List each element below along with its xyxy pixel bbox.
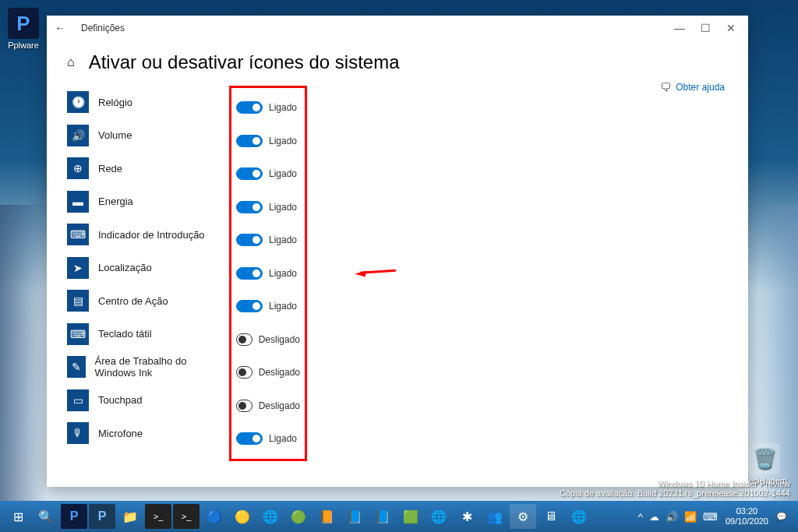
tray-notifications-icon[interactable]: 💬 bbox=[776, 512, 787, 522]
toggle-state-label: Ligado bbox=[269, 102, 297, 113]
watermark-line1: Windows 10 Home Insider Preview bbox=[560, 479, 790, 488]
toggle-state-label: Ligado bbox=[269, 136, 297, 146]
toggle-state-label: Ligado bbox=[269, 202, 297, 213]
search-button[interactable]: 🔍 bbox=[33, 504, 59, 529]
toggle-state-label: Ligado bbox=[269, 433, 297, 444]
taskbar-file-explorer[interactable]: 📁 bbox=[117, 504, 143, 529]
taskbar-clock[interactable]: 03:20 09/10/2020 bbox=[726, 506, 768, 527]
desktop-shortcut-pplware[interactable]: P Pplware bbox=[8, 8, 39, 50]
system-icon-row: ▤ Centro de Ação bbox=[67, 284, 223, 318]
clock-time: 03:20 bbox=[726, 506, 768, 516]
toggle-row: Ligado bbox=[236, 257, 300, 291]
item-label: Energia bbox=[98, 196, 133, 207]
toggle-row: Ligado bbox=[236, 125, 300, 158]
windows-watermark: Windows 10 Home Insider Preview Cópia de… bbox=[560, 479, 790, 498]
system-tray[interactable]: ^ ☁ 🔊 📶 ⌨ 03:20 09/10/2020 💬 bbox=[638, 506, 793, 527]
item-label: Rede bbox=[98, 163, 122, 174]
toggle-state-label: Ligado bbox=[269, 268, 297, 279]
toggle-switch[interactable] bbox=[236, 432, 263, 445]
volume-icon: 🔊 bbox=[67, 125, 89, 146]
toggle-switch[interactable] bbox=[236, 201, 263, 213]
clock-icon: 🕐 bbox=[67, 91, 89, 113]
tray-language-icon[interactable]: ⌨ bbox=[703, 511, 718, 523]
taskbar-app[interactable]: P bbox=[61, 504, 87, 529]
toggle-row: Desligado bbox=[236, 356, 300, 389]
taskbar-chrome[interactable]: 🔵 bbox=[201, 504, 228, 529]
home-icon[interactable]: ⌂ bbox=[67, 55, 75, 69]
taskbar-edge[interactable]: 🌐 bbox=[257, 504, 284, 529]
toggle-switch[interactable] bbox=[236, 333, 252, 346]
pplware-icon: P bbox=[8, 8, 39, 39]
toggle-switch[interactable] bbox=[236, 366, 252, 379]
page-title: Ativar ou desativar ícones do sistema bbox=[89, 51, 400, 73]
system-icon-row: ⊕ Rede bbox=[67, 152, 223, 185]
toggle-state-label: Desligado bbox=[259, 400, 300, 411]
ink-icon: ✎ bbox=[67, 356, 86, 378]
taskbar-settings[interactable]: ⚙ bbox=[510, 504, 536, 529]
desktop-shortcut-label: Pplware bbox=[8, 41, 39, 50]
maximize-button[interactable]: ☐ bbox=[701, 22, 711, 34]
taskbar-app[interactable]: 🟩 bbox=[397, 504, 424, 529]
item-label: Microfone bbox=[98, 428, 143, 439]
toggle-row: Ligado bbox=[236, 290, 300, 323]
tray-network-icon[interactable]: 📶 bbox=[684, 511, 697, 523]
toggle-row: Ligado bbox=[236, 191, 300, 224]
svg-marker-1 bbox=[355, 266, 368, 278]
microphone-icon: 🎙 bbox=[67, 422, 89, 444]
taskbar[interactable]: ⊞ 🔍 P P 📁 >_ >_ 🔵 🟡 🌐 🟢 📙 📘 📘 🟩 🌐 ✱ 👥 ⚙ … bbox=[0, 501, 798, 532]
toggle-row: Ligado bbox=[236, 422, 300, 456]
watermark-line2: Cópia de avaliação. Build 20231.rs_prere… bbox=[560, 488, 790, 498]
page-header: ⌂ Ativar ou desativar ícones do sistema bbox=[47, 41, 748, 81]
annotation-arrow bbox=[351, 253, 398, 296]
item-label: Área de Trabalho do Windows Ink bbox=[95, 355, 223, 379]
taskbar-app[interactable]: 🌐 bbox=[425, 504, 452, 529]
system-icon-row: 🔊 Volume bbox=[67, 119, 223, 153]
toggle-row: Desligado bbox=[236, 323, 300, 357]
toggle-switch[interactable] bbox=[236, 267, 263, 280]
taskbar-app[interactable]: 🌐 bbox=[566, 504, 592, 529]
tray-icons[interactable]: ^ ☁ 🔊 📶 ⌨ bbox=[638, 511, 718, 523]
taskbar-app[interactable]: 📙 bbox=[313, 504, 340, 529]
taskbar-teams[interactable]: 👥 bbox=[482, 504, 508, 529]
close-button[interactable]: ✕ bbox=[726, 22, 736, 34]
toggle-switch[interactable] bbox=[236, 400, 252, 412]
toggle-switch[interactable] bbox=[236, 101, 263, 114]
toggle-switch[interactable] bbox=[236, 167, 263, 180]
svg-line-0 bbox=[360, 257, 396, 286]
toggle-state-label: Ligado bbox=[269, 168, 297, 179]
taskbar-slack[interactable]: ✱ bbox=[454, 504, 480, 529]
help-link[interactable]: 🗨 Obter ajuda bbox=[660, 81, 725, 93]
taskbar-app[interactable]: 📘 bbox=[341, 504, 368, 529]
tray-cloud-icon[interactable]: ☁ bbox=[649, 511, 659, 523]
minimize-button[interactable]: — bbox=[674, 22, 685, 34]
item-label: Localização bbox=[98, 262, 152, 273]
toggle-state-label: Desligado bbox=[259, 334, 300, 345]
taskbar-terminal[interactable]: >_ bbox=[145, 504, 171, 529]
window-title: Definições bbox=[81, 23, 125, 33]
settings-window: ← Definições — ☐ ✕ ⌂ Ativar ou desativar… bbox=[47, 16, 748, 487]
content-area: 🕐 Relógio🔊 Volume⊕ Rede▬ Energia⌨ Indica… bbox=[47, 81, 748, 466]
titlebar: ← Definições — ☐ ✕ bbox=[47, 16, 748, 41]
toggle-switch[interactable] bbox=[236, 135, 263, 147]
back-button[interactable]: ← bbox=[55, 22, 65, 34]
taskbar-app[interactable]: P bbox=[89, 504, 115, 529]
tray-up-icon[interactable]: ^ bbox=[638, 511, 643, 523]
taskbar-vscode[interactable]: 📘 bbox=[369, 504, 396, 529]
taskbar-app[interactable]: 🖥 bbox=[538, 504, 564, 529]
icons-list: 🕐 Relógio🔊 Volume⊕ Rede▬ Energia⌨ Indica… bbox=[67, 86, 223, 461]
recycle-bin-icon: 🗑️ bbox=[749, 443, 780, 474]
location-icon: ➤ bbox=[67, 257, 89, 279]
network-icon: ⊕ bbox=[67, 157, 89, 179]
taskbar-chrome-canary[interactable]: 🟡 bbox=[229, 504, 256, 529]
touchpad-icon: ▭ bbox=[67, 389, 89, 411]
tray-volume-icon[interactable]: 🔊 bbox=[666, 511, 678, 523]
toggle-state-label: Ligado bbox=[269, 234, 297, 245]
toggle-switch[interactable] bbox=[236, 234, 263, 246]
start-button[interactable]: ⊞ bbox=[5, 504, 31, 529]
power-icon: ▬ bbox=[67, 191, 89, 213]
system-icon-row: ⌨ Teclado tátil bbox=[67, 318, 223, 351]
toggle-switch[interactable] bbox=[236, 300, 263, 312]
taskbar-edge-dev[interactable]: 🟢 bbox=[285, 504, 312, 529]
taskbar-terminal[interactable]: >_ bbox=[173, 504, 200, 529]
system-icon-row: ➤ Localização bbox=[67, 252, 223, 285]
